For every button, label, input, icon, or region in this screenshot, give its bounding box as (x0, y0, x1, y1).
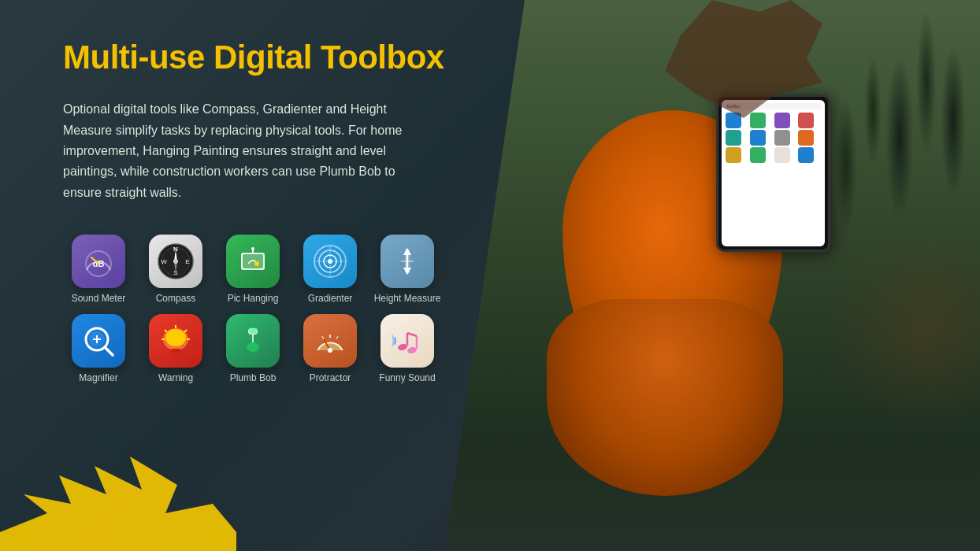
svg-marker-24 (403, 248, 411, 255)
height-measure-icon (380, 235, 434, 288)
svg-marker-25 (403, 268, 411, 275)
tools-grid: dB Sound Meter N S E W (63, 235, 449, 383)
svg-point-10 (173, 259, 178, 264)
warning-svg (158, 324, 193, 358)
protractor-icon (303, 314, 357, 368)
pic-hanging-svg (236, 245, 269, 278)
protractor-svg (313, 324, 347, 358)
svg-rect-12 (243, 254, 263, 268)
gradienter-svg (311, 242, 349, 280)
tool-compass[interactable]: N S E W Compass (140, 235, 211, 304)
svg-line-37 (165, 330, 167, 332)
svg-line-55 (407, 333, 417, 336)
tool-warning[interactable]: Warning (140, 314, 211, 383)
gradienter-label: Gradienter (308, 293, 353, 304)
tablet-icon-pichang (774, 113, 790, 128)
magnifier-label: Magnifier (79, 372, 117, 383)
warning-icon (149, 314, 202, 368)
tablet-icon-hub (798, 130, 814, 146)
tool-magnifier[interactable]: Magnifier (63, 314, 134, 383)
tablet-icon-grad (726, 130, 741, 146)
tool-protractor[interactable]: Protractor (295, 314, 366, 383)
svg-line-48 (322, 336, 324, 339)
funny-sound-icon (380, 314, 434, 368)
svg-line-29 (105, 347, 113, 355)
compass-icon: N S E W (149, 235, 202, 288)
protractor-label: Protractor (310, 372, 351, 383)
plumb-bob-svg (236, 324, 270, 358)
gradienter-icon (303, 235, 357, 288)
pic-hanging-icon (226, 235, 280, 288)
tool-gradienter[interactable]: Gradienter (295, 235, 366, 304)
svg-point-45 (249, 327, 257, 330)
tool-funny-sound[interactable]: Funny Sound (372, 314, 443, 383)
tablet-screen: ToolBox (722, 100, 825, 246)
svg-line-36 (184, 330, 187, 332)
pic-hanging-label: Pic Hanging (228, 293, 279, 304)
sound-meter-label: Sound Meter (72, 293, 126, 304)
tablet-icon-angle (750, 130, 766, 146)
tablet-icon-plumb (774, 147, 790, 163)
page-title: Multi-use Digital Toolbox (63, 39, 449, 76)
svg-text:E: E (185, 258, 189, 265)
plumb-bob-icon (226, 314, 280, 368)
warning-label: Warning (158, 372, 193, 383)
height-measure-label: Height Measure (374, 293, 441, 304)
tablet-icon-proto (726, 147, 741, 163)
tool-height-measure[interactable]: Height Measure (372, 235, 443, 304)
svg-line-47 (336, 336, 338, 339)
svg-point-50 (328, 348, 332, 353)
tablet-icon-funny (750, 147, 766, 163)
plumb-bob-label: Plumb Bob (230, 372, 277, 383)
compass-svg: N S E W (156, 242, 195, 281)
tablet-icon-extra (798, 147, 814, 163)
tool-sound-meter[interactable]: dB Sound Meter (63, 235, 134, 304)
tablet-icon-sound (750, 113, 766, 128)
height-measure-svg (390, 244, 425, 279)
content-area: Multi-use Digital Toolbox Optional digit… (0, 0, 488, 551)
jacket-lower (547, 299, 783, 496)
compass-label: Compass (156, 293, 196, 304)
tablet-icon-warn (798, 113, 814, 128)
sound-meter-icon: dB (72, 235, 125, 288)
tool-plumb-bob[interactable]: Plumb Bob (217, 314, 288, 383)
svg-point-21 (328, 259, 332, 264)
funny-sound-svg (390, 324, 425, 358)
svg-point-15 (251, 247, 254, 250)
svg-point-13 (254, 261, 259, 266)
magnifier-icon (72, 314, 125, 368)
tablet-icon-mag (774, 130, 790, 146)
svg-text:W: W (161, 258, 167, 265)
tablet-icons-grid (725, 112, 822, 164)
magnifier-svg (81, 324, 116, 358)
tablet-device: ToolBox (716, 94, 830, 252)
description-text: Optional digital tools like Compass, Gra… (63, 99, 410, 203)
tool-pic-hanging[interactable]: Pic Hanging (217, 235, 288, 304)
svg-point-33 (165, 329, 186, 346)
funny-sound-label: Funny Sound (379, 372, 435, 383)
svg-rect-34 (171, 349, 180, 353)
sound-meter-svg: dB (80, 243, 117, 279)
